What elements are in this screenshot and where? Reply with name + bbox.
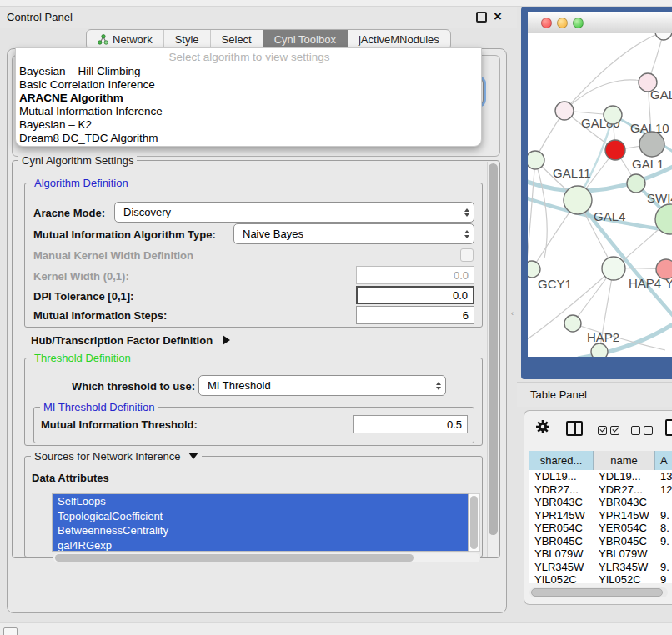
minimize-window-icon[interactable] xyxy=(557,18,568,28)
tab-jactivemnodules[interactable]: jActiveMNodules xyxy=(348,30,450,49)
table-cell[interactable]: YBL079W xyxy=(594,548,655,561)
table-cell[interactable]: YDL19... xyxy=(594,470,655,483)
network-node-hap4[interactable] xyxy=(602,257,625,280)
algorithm-option[interactable]: ARACNE Algorithm xyxy=(18,92,481,105)
table-cell[interactable]: 8. xyxy=(655,522,672,535)
table-cell[interactable]: YER054C xyxy=(594,522,655,535)
network-canvas[interactable]: GALGAL80GAL10GAL1GAL11SWI4GAL4HAP4YGCY1H… xyxy=(528,33,672,357)
algorithm-option[interactable]: Bayesian – Hill Climbing xyxy=(18,65,481,78)
dpi-tolerance-field[interactable]: 0.0 xyxy=(356,286,474,304)
table-row[interactable]: YBR045CYBR045C9. xyxy=(529,535,672,548)
network-node-gal11[interactable] xyxy=(528,151,544,169)
data-attribute-item[interactable]: SelfLoops xyxy=(53,494,468,509)
data-attribute-item[interactable]: BetweennessCentrality xyxy=(53,523,468,538)
network-node-gal10[interactable] xyxy=(604,106,622,124)
tab-cyni-toolbox[interactable]: Cyni Toolbox xyxy=(263,30,348,49)
table-cell[interactable]: YBL079W xyxy=(529,548,594,561)
table-cell[interactable]: YIL052C xyxy=(529,573,594,583)
table-cell[interactable]: YBR045C xyxy=(529,535,594,548)
network-node-swi4[interactable] xyxy=(627,174,645,192)
network-node[interactable] xyxy=(639,132,664,157)
network-view-window[interactable]: GALGAL80GAL10GAL1GAL11SWI4GAL4HAP4YGCY1H… xyxy=(521,7,672,379)
table-cell[interactable]: YLR345W xyxy=(594,561,655,574)
panel-divider-handle[interactable]: ‹ xyxy=(511,310,515,318)
table-row[interactable]: YER054CYER054C8. xyxy=(529,522,672,535)
tab-select[interactable]: Select xyxy=(211,30,263,49)
tab-network[interactable]: Network xyxy=(87,30,164,49)
table-horizontal-scrollbar[interactable] xyxy=(529,588,668,598)
table-row[interactable]: YPR145WYPR145W9. xyxy=(529,509,672,522)
table-body[interactable]: YDL19...YDL19...13YDR27...YDR27...12YBR0… xyxy=(529,470,672,583)
mi-algorithm-type-combobox[interactable]: Naive Bayes xyxy=(233,223,474,244)
sources-title[interactable]: Sources for Network Inference xyxy=(31,450,202,462)
column-header-partial[interactable]: A xyxy=(655,451,672,470)
table-cell[interactable]: YBR043C xyxy=(529,496,594,509)
network-node-hap2[interactable] xyxy=(564,315,581,332)
algorithm-option[interactable]: Bayesian – K2 xyxy=(18,118,481,132)
hub-definition-toggle[interactable]: Hub/Transcription Factor Definition xyxy=(31,334,230,347)
table-row[interactable]: YLR345WYLR345W9. xyxy=(529,561,672,574)
data-attribute-item[interactable]: TopologicalCoefficient xyxy=(53,509,468,524)
table-row[interactable]: YDL19...YDL19...13 xyxy=(529,470,672,483)
table-cell[interactable]: YBR045C xyxy=(594,535,655,548)
gear-icon[interactable] xyxy=(534,418,551,438)
table-cell[interactable]: 9. xyxy=(655,535,672,548)
float-panel-icon[interactable] xyxy=(476,12,487,22)
table-row[interactable]: YBR043CYBR043C xyxy=(529,496,672,509)
algorithm-option[interactable]: Dream8 DC_TDC Algorithm xyxy=(18,132,481,145)
document-icon[interactable] xyxy=(665,419,672,436)
table-row[interactable]: YIL052CYIL052C9 xyxy=(529,573,672,583)
table-cell[interactable]: YPR145W xyxy=(594,509,655,522)
close-panel-icon[interactable]: × xyxy=(494,8,502,25)
network-node-gal1[interactable] xyxy=(605,140,625,160)
zoom-window-icon[interactable] xyxy=(573,18,584,28)
columns-icon[interactable] xyxy=(566,421,583,436)
table-row[interactable]: YBL079WYBL079W xyxy=(529,548,672,561)
network-window-titlebar[interactable] xyxy=(528,12,672,34)
attributes-vertical-scrollbar[interactable] xyxy=(469,493,480,552)
attributes-horizontal-scrollbar[interactable] xyxy=(53,553,480,562)
table-cell[interactable]: 12 xyxy=(655,483,672,497)
table-cell[interactable]: 9 xyxy=(655,573,672,583)
network-node[interactable] xyxy=(591,343,608,357)
corner-widget-icon[interactable] xyxy=(3,628,18,635)
table-cell[interactable]: YIL052C xyxy=(594,573,655,583)
table-cell[interactable]: YER054C xyxy=(529,522,594,535)
deselect-all-checkboxes-icon[interactable] xyxy=(631,423,656,438)
table-cell[interactable]: YDR27... xyxy=(594,483,655,497)
table-row[interactable]: YDR27...YDR27...12 xyxy=(529,483,672,497)
table-cell[interactable]: YPR145W xyxy=(529,509,594,522)
settings-scrollbar-thumb[interactable] xyxy=(489,163,498,535)
network-node-gcy1[interactable] xyxy=(528,261,540,278)
network-node-gal4[interactable] xyxy=(564,186,592,214)
which-threshold-combobox[interactable]: MI Threshold xyxy=(198,375,446,396)
data-attributes-list[interactable]: SelfLoopsTopologicalCoefficientBetweenne… xyxy=(52,493,469,552)
cyni-algorithm-settings-group: Cyni Algorithm Settings Algorithm Defini… xyxy=(12,160,500,558)
mi-threshold-field[interactable]: 0.5 xyxy=(353,415,468,433)
algorithm-option[interactable]: Mutual Information Inference xyxy=(18,105,481,118)
table-cell[interactable]: 9. xyxy=(655,561,672,574)
network-node[interactable] xyxy=(655,33,672,40)
manual-kernel-width-checkbox[interactable] xyxy=(460,248,474,262)
network-node-gal80[interactable] xyxy=(555,102,574,120)
table-cell[interactable]: 9. xyxy=(655,509,672,522)
table-cell[interactable]: YBR043C xyxy=(594,496,655,509)
tab-style-label: Style xyxy=(175,33,199,46)
column-header-shared-name[interactable]: shared... xyxy=(529,451,594,470)
close-window-icon[interactable] xyxy=(541,18,552,28)
table-cell[interactable]: YLR345W xyxy=(529,561,594,574)
data-attribute-item[interactable]: gal4RGexp xyxy=(53,538,468,552)
table-cell[interactable]: YDL19... xyxy=(529,470,594,483)
table-cell[interactable] xyxy=(655,548,672,561)
tab-style[interactable]: Style xyxy=(164,30,211,49)
sources-group: Sources for Network Inference Data Attri… xyxy=(24,456,483,558)
table-cell[interactable] xyxy=(655,496,672,509)
table-cell[interactable]: YDR27... xyxy=(529,483,594,497)
column-header-name[interactable]: name xyxy=(594,451,655,470)
mi-steps-field[interactable]: 6 xyxy=(356,306,474,324)
kernel-width-field[interactable]: 0.0 xyxy=(356,266,474,284)
select-all-checkboxes-icon[interactable] xyxy=(598,423,623,438)
algorithm-option[interactable]: Basic Correlation Inference xyxy=(18,78,481,92)
aracne-mode-combobox[interactable]: Discovery xyxy=(114,202,474,222)
table-cell[interactable]: 13 xyxy=(655,470,672,483)
